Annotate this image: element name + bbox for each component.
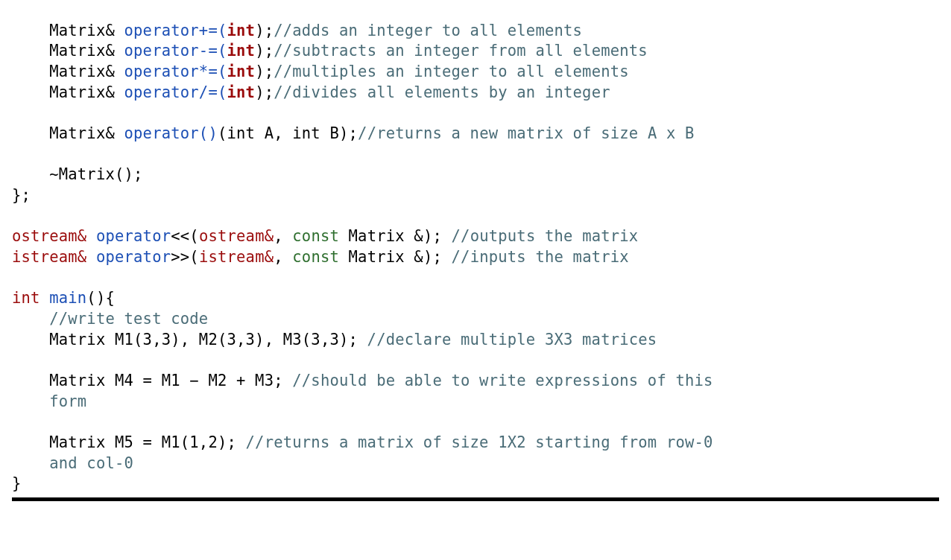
code-line: Matrix& operator*=(int);//multiples an i… — [12, 63, 629, 80]
code-line: Matrix& operator+=(int);//adds an intege… — [12, 22, 582, 39]
divider — [12, 497, 939, 501]
code-line: }; — [12, 186, 31, 204]
code-line: Matrix& operator-=(int);//subtracts an i… — [12, 42, 648, 60]
code-line: Matrix M4 = M1 − M2 + M3; //should be ab… — [12, 372, 713, 389]
code-block: Matrix& operator+=(int);//adds an intege… — [0, 0, 951, 497]
code-line: Matrix M5 = M1(1,2); //returns a matrix … — [12, 433, 713, 451]
code-line: ostream& operator<<(ostream&, const Matr… — [12, 227, 638, 245]
code-line: Matrix& operator/=(int);//divides all el… — [12, 83, 610, 101]
code-line: //write test code — [12, 310, 208, 328]
code-line: int main(){ — [12, 289, 115, 307]
code-line: } — [12, 474, 22, 492]
code-line: ~Matrix(); — [12, 165, 143, 183]
code-line: Matrix& operator()(int A, int B);//retur… — [12, 124, 695, 142]
code-line: istream& operator>>(istream&, const Matr… — [12, 248, 629, 266]
code-line: Matrix M1(3,3), M2(3,3), M3(3,3); //decl… — [12, 331, 657, 349]
code-line: form — [12, 392, 86, 410]
code-line: and col-0 — [12, 454, 133, 472]
